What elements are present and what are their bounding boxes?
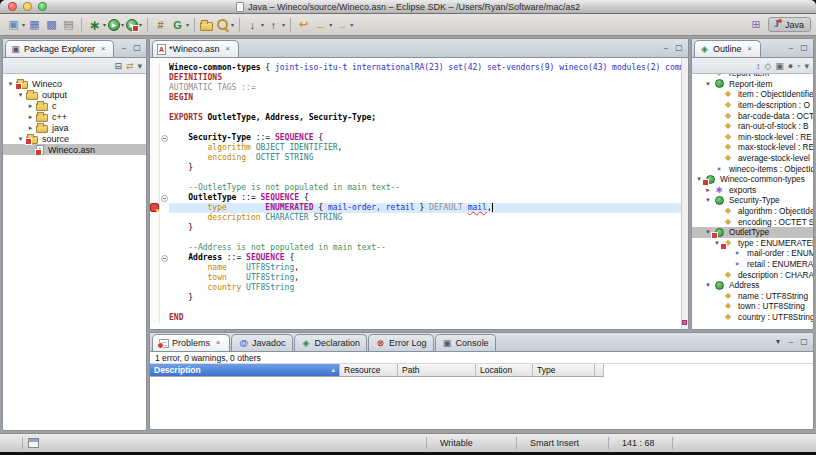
java-perspective-button[interactable]: Java [768, 17, 811, 32]
code-editor[interactable]: Wineco-common-types { joint-iso-itu-t in… [150, 58, 688, 329]
run-button[interactable]: ▾ [107, 16, 125, 34]
tab-package-explorer[interactable]: Package Explorer [5, 40, 114, 57]
code-line-19[interactable]: --Address is not populated in main text-… [150, 243, 688, 253]
code-line-12[interactable] [150, 173, 688, 183]
tree-item-java[interactable]: ▸java [3, 122, 146, 133]
tree-item-town-utf8string[interactable]: town : UTF8String [692, 301, 813, 312]
code-line-3[interactable]: AUTOMATIC TAGS ::= [150, 83, 688, 93]
tree-item-outlettype[interactable]: ▾OutletType [692, 227, 813, 238]
code-line-22[interactable]: town UTF8String, [150, 273, 688, 283]
sort-icon[interactable]: ↕ [756, 59, 761, 73]
collapse-arrow-icon[interactable]: ▾ [6, 80, 15, 88]
code-line-7[interactable] [150, 123, 688, 133]
collapse-arrow-icon[interactable]: ▾ [16, 91, 25, 99]
tree-item-retail-enumerat[interactable]: retail : ENUMERAT [692, 259, 813, 270]
code-line-17[interactable]: } [150, 223, 688, 233]
tree-item-mail-order-enum[interactable]: mail-order : ENUM [692, 248, 813, 259]
code-line-1[interactable]: Wineco-common-types { joint-iso-itu-t in… [150, 63, 688, 73]
column-header-type[interactable]: Type [533, 364, 595, 377]
code-line-14[interactable]: OutletType ::= SEQUENCE { [150, 193, 688, 203]
tree-item-algorithm-objectide[interactable]: algorithm : ObjectIde [692, 206, 813, 217]
code-line-26[interactable]: END [150, 313, 688, 323]
view-menu-icon[interactable] [773, 337, 783, 347]
view-menu-icon[interactable]: ▾ [137, 59, 142, 73]
tree-item-item-description-o[interactable]: item-description : O [692, 100, 813, 111]
expand-arrow-icon[interactable]: ▸ [26, 124, 35, 132]
tree-item-description-chara[interactable]: description : CHARA [692, 269, 813, 280]
error-overview-marker[interactable] [682, 320, 687, 325]
tab-console[interactable]: Console [435, 334, 496, 351]
hide-static-members-icon[interactable]: ▣ [775, 59, 784, 73]
close-icon[interactable] [213, 338, 223, 348]
expand-arrow-icon[interactable]: ▸ [26, 113, 35, 121]
tree-item-bar-code-data-oct[interactable]: bar-code-data : OCT [692, 110, 813, 121]
open-task-button[interactable] [199, 16, 214, 34]
hide-fields-icon[interactable]: ◇ [764, 59, 771, 73]
code-line-2[interactable]: DEFINITIONS [150, 73, 688, 83]
tree-item-max-stock-level-re[interactable]: max-stock-level : RE [692, 142, 813, 153]
code-line-4[interactable]: BEGIN [150, 93, 688, 103]
expand-arrow-icon[interactable]: ▸ [704, 186, 712, 194]
tree-item-encoding-octet-st[interactable]: encoding : OCTET ST [692, 216, 813, 227]
tree-item-address[interactable]: ▾Address [692, 280, 813, 291]
collapse-all-icon[interactable]: ⊟ [114, 59, 122, 73]
tree-item-wineco[interactable]: ▾Wineco [3, 78, 146, 89]
view-menu-icon[interactable]: ▾ [804, 59, 809, 73]
tab-wineco-asn-editor[interactable]: *Wineco.asn [152, 40, 239, 57]
tab-javadoc[interactable]: Javadoc [231, 334, 293, 351]
column-header-description[interactable]: Description▴ [150, 364, 340, 377]
tree-item-min-stock-level-re[interactable]: min-stock-level : RE [692, 132, 813, 143]
tree-item-item-objectidentifie[interactable]: item : ObjectIdentifie [692, 89, 813, 100]
maximize-icon[interactable] [799, 43, 809, 53]
zoom-window-button[interactable] [38, 2, 47, 11]
tree-item-report-item[interactable]: ▾Report-item [692, 79, 813, 90]
code-line-10[interactable]: encoding OCTET STRING [150, 153, 688, 163]
column-header-path[interactable]: Path [398, 364, 476, 377]
save-button[interactable] [26, 16, 43, 34]
fold-collapse-icon[interactable] [161, 255, 168, 262]
collapse-arrow-icon[interactable]: ▾ [704, 281, 712, 289]
tree-item-wineco-items-objectid[interactable]: wineco-items : ObjectId [692, 163, 813, 174]
tab-declaration[interactable]: Declaration [294, 334, 368, 351]
maximize-icon[interactable] [674, 43, 684, 53]
last-edit-location-button[interactable] [295, 16, 312, 34]
debug-button[interactable]: ▾ [86, 16, 107, 34]
open-perspective-icon[interactable] [749, 18, 763, 31]
overview-ruler[interactable] [681, 58, 688, 329]
column-header-resource[interactable]: Resource [340, 364, 398, 377]
minimize-icon[interactable] [661, 43, 671, 53]
dropdown-arrow-icon[interactable]: ▾ [139, 21, 142, 28]
code-line-8[interactable]: Security-Type ::= SEQUENCE { [150, 133, 688, 143]
tree-item-average-stock-level[interactable]: average-stock-level [692, 153, 813, 164]
code-line-24[interactable]: } [150, 293, 688, 303]
dropdown-arrow-icon[interactable]: ▾ [350, 21, 353, 28]
tree-item-c[interactable]: ▸c++ [3, 111, 146, 122]
new-wizard-button[interactable]: ▾ [5, 16, 26, 34]
dropdown-arrow-icon[interactable]: ▾ [329, 21, 332, 28]
tree-item-name-utf8string[interactable]: name : UTF8String [692, 290, 813, 301]
column-header-location[interactable]: Location [476, 364, 533, 377]
prev-annotation-button[interactable]: ▾ [265, 16, 286, 34]
new-package-button[interactable] [152, 16, 169, 34]
close-window-button[interactable] [8, 2, 17, 11]
code-line-20[interactable]: Address ::= SEQUENCE { [150, 253, 688, 263]
collapse-arrow-icon[interactable]: ▾ [16, 135, 25, 143]
tree-item-country-utf8string[interactable]: country : UTF8String [692, 312, 813, 323]
close-icon[interactable] [223, 44, 233, 54]
code-line-21[interactable]: name UTF8String, [150, 263, 688, 273]
maximize-icon[interactable] [799, 337, 809, 347]
link-with-editor-icon[interactable]: ⇄ [126, 59, 134, 73]
next-annotation-button[interactable]: ▾ [244, 16, 265, 34]
code-line-25[interactable] [150, 303, 688, 313]
tree-item-source[interactable]: ▾source [3, 133, 146, 144]
save-all-button[interactable] [43, 16, 60, 34]
code-line-16[interactable]: description CHARACTER STRING [150, 213, 688, 223]
collapse-arrow-icon[interactable]: ▾ [704, 80, 712, 88]
external-tools-button[interactable]: ▾ [125, 16, 143, 34]
code-line-11[interactable]: } [150, 163, 688, 173]
tree-item-security-type[interactable]: ▾Security-Type [692, 195, 813, 206]
tree-item-output[interactable]: ▾output [3, 89, 146, 100]
dropdown-arrow-icon[interactable]: ▾ [261, 21, 264, 28]
close-icon[interactable] [745, 44, 755, 54]
new-class-button[interactable]: ▾ [169, 16, 190, 34]
